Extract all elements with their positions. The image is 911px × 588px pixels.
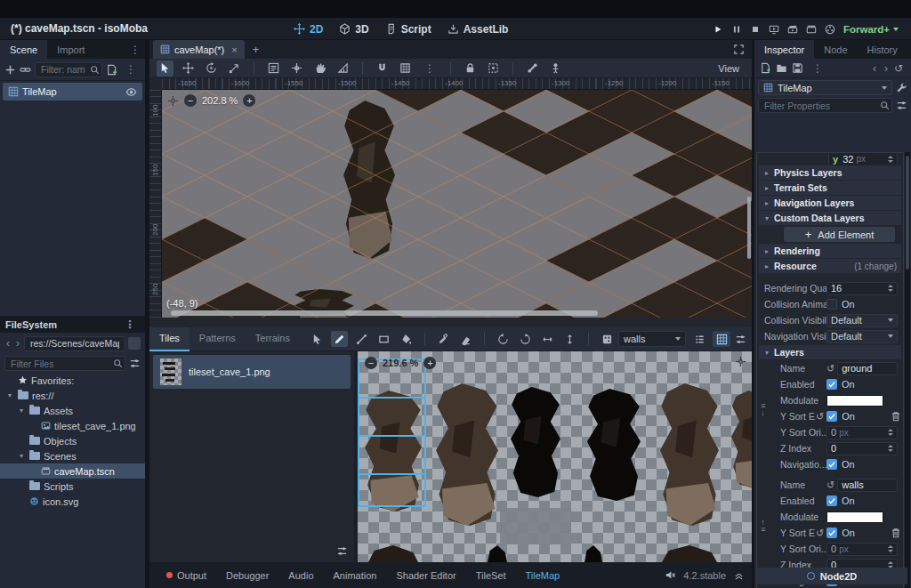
eraser-tool-button[interactable] <box>457 331 474 347</box>
ruler-tool-button[interactable] <box>335 60 351 77</box>
checkbox[interactable] <box>826 459 837 470</box>
right-splitter[interactable] <box>752 40 754 588</box>
mode-button-script[interactable]: Script <box>385 23 431 36</box>
bottom-tab-output[interactable]: Output <box>157 562 216 588</box>
rotate-tool-button[interactable] <box>203 60 220 77</box>
zoom-in-icon[interactable]: + <box>423 357 436 369</box>
source-grid-view-button[interactable] <box>713 331 730 347</box>
center-view-icon[interactable] <box>167 95 179 107</box>
section-layers[interactable]: ▾Layers <box>759 345 901 359</box>
checkbox[interactable] <box>826 379 837 390</box>
fliph-tool-button[interactable] <box>539 331 556 347</box>
scene-node-tilemap[interactable]: TileMap <box>3 83 142 101</box>
viewport-vscrollbar[interactable] <box>747 197 751 259</box>
tilemap-tab-tiles[interactable]: Tiles <box>149 327 189 351</box>
name-field[interactable]: ground <box>837 362 898 375</box>
fs-item-cavemap-tscn[interactable]: caveMap.tscn <box>0 463 145 479</box>
fs-item-assets[interactable]: ▾Assets <box>0 403 145 418</box>
left-splitter[interactable] <box>145 40 149 588</box>
history-forward-icon[interactable]: › <box>883 62 890 75</box>
section-physics-layers[interactable]: ▸Physics Layers <box>759 165 901 180</box>
tree-chevron-icon[interactable]: ▾ <box>17 407 26 415</box>
cursor-tool-button[interactable] <box>157 60 173 77</box>
layer-selection-dropdown[interactable]: walls <box>618 331 686 347</box>
bottom-tab-audio[interactable]: Audio <box>278 562 323 588</box>
cursor-tool-button[interactable] <box>309 331 326 347</box>
spin-field[interactable]: 16 <box>826 282 898 295</box>
view-menu-button[interactable]: View <box>713 63 745 74</box>
rotr-tool-button[interactable] <box>517 331 534 347</box>
zoom-out-icon[interactable]: − <box>184 94 197 107</box>
tileset-atlas-view[interactable]: − 219.6 % + <box>358 351 752 562</box>
spin-field[interactable]: 0px <box>826 426 898 439</box>
rotl-tool-button[interactable] <box>495 331 512 347</box>
scene-tab-cavemap[interactable]: caveMap(*) × <box>153 40 245 59</box>
trash-icon[interactable] <box>891 411 901 423</box>
spin-arrows-icon[interactable] <box>888 285 893 292</box>
skeleton-tool-button[interactable] <box>547 60 564 77</box>
pause-icon[interactable] <box>731 24 742 35</box>
file-sort-icon[interactable] <box>129 358 141 369</box>
pivot-tool-button[interactable] <box>288 60 305 77</box>
name-field[interactable]: walls <box>837 479 898 492</box>
section-navigation-layers[interactable]: ▸Navigation Layers <box>759 196 901 210</box>
renderer-dropdown[interactable]: Forward+ <box>843 24 899 35</box>
spin-field[interactable]: y32px <box>828 153 898 165</box>
viewport-hscrollbar[interactable] <box>171 310 598 316</box>
resource-more-icon[interactable]: ⋮ <box>808 62 827 75</box>
inspector-scrollbar[interactable] <box>905 152 910 588</box>
monitor-icon[interactable] <box>769 24 779 35</box>
attach-script-icon[interactable] <box>106 64 117 76</box>
fs-item-icon-svg[interactable]: icon.svg <box>0 494 145 509</box>
revert-icon[interactable]: ↺ <box>816 528 824 539</box>
bucket-tool-button[interactable] <box>398 331 415 347</box>
nav-back-icon[interactable]: ‹ <box>4 337 12 350</box>
scale-tool-button[interactable] <box>226 60 243 77</box>
tab-scene[interactable]: Scene <box>0 40 47 59</box>
bone-tool-button[interactable] <box>524 60 541 77</box>
checkbox[interactable] <box>826 528 837 538</box>
zoom-in-icon[interactable]: + <box>243 94 255 107</box>
instance-scene-icon[interactable] <box>20 64 31 76</box>
line-tool-button[interactable] <box>353 331 370 347</box>
clapboard-icon[interactable] <box>806 24 817 35</box>
drag-handle[interactable]: ≡↓ <box>758 402 769 416</box>
spin-field[interactable]: 0px <box>826 543 898 556</box>
move-tool-button[interactable] <box>180 60 197 77</box>
snap-options-icon[interactable]: ⋮ <box>420 62 439 75</box>
distraction-free-icon[interactable] <box>733 44 745 55</box>
visibility-eye-icon[interactable] <box>125 86 137 98</box>
drag-handle[interactable]: ↑≡ <box>758 519 769 533</box>
sources-sort-icon[interactable] <box>336 545 348 557</box>
dropdown-field[interactable]: Default <box>826 330 898 343</box>
section-resource[interactable]: ▸Resource(1 change) <box>759 259 901 273</box>
mute-speaker-icon[interactable] <box>665 569 676 581</box>
fs-item-scripts[interactable]: Scripts <box>0 479 145 494</box>
tile-source-item[interactable]: tileset_cave_1.png <box>153 355 351 389</box>
close-tab-icon[interactable]: × <box>231 44 237 55</box>
add-element-button[interactable]: +Add Element <box>784 227 895 242</box>
play-icon[interactable] <box>713 24 723 35</box>
lock-tool-button[interactable] <box>462 60 479 77</box>
rect-tool-button[interactable] <box>375 331 392 347</box>
fs-item-objects[interactable]: Objects <box>0 433 145 448</box>
atlas-zoom-level[interactable]: 219.6 % <box>383 358 418 368</box>
filesystem-filter-input[interactable] <box>4 356 125 371</box>
tilemap-tab-patterns[interactable]: Patterns <box>189 327 246 351</box>
fs-item-favorites-[interactable]: Favorites: <box>0 373 145 388</box>
object-extras-icon[interactable] <box>896 82 907 93</box>
tab-inspector[interactable]: Inspector <box>754 40 814 59</box>
revert-icon[interactable]: ↺ <box>816 411 824 423</box>
spin-arrows-icon[interactable] <box>888 545 893 552</box>
scene-dock-more-icon[interactable]: ⋮ <box>125 44 145 56</box>
section-terrain-sets[interactable]: ▸Terrain Sets <box>759 181 901 195</box>
source-sort-icon[interactable] <box>735 334 746 345</box>
inspector-filter-input[interactable] <box>758 98 892 113</box>
viewport-bottom-splitter[interactable] <box>149 318 752 327</box>
checkbox[interactable] <box>826 495 837 506</box>
load-resource-icon[interactable] <box>776 62 787 74</box>
checkbox[interactable] <box>826 299 837 310</box>
section-custom-data-layers[interactable]: ▾Custom Data Layers <box>759 211 901 225</box>
scene-more-icon[interactable]: ⋮ <box>121 63 141 76</box>
filesystem-more-icon[interactable]: ⋮ <box>120 318 140 331</box>
